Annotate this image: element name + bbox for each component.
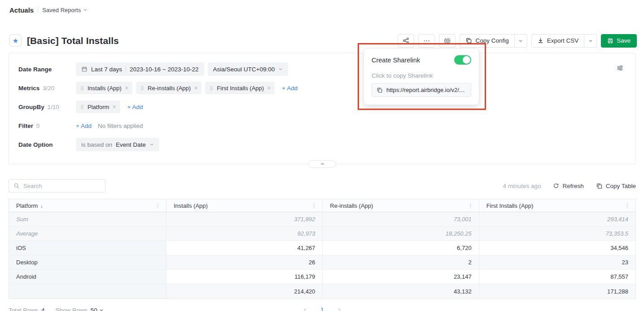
saved-reports-dropdown[interactable]: Saved Reports (42, 7, 88, 13)
chevron-down-icon (588, 39, 593, 43)
share-button[interactable] (398, 34, 414, 48)
more-options-button[interactable]: ⋯ (418, 34, 435, 48)
save-button[interactable]: Save (601, 34, 637, 48)
date-option-prefix: is based on (81, 141, 112, 148)
table-row-average: Average 92,973 18,250.25 73,353.5 (9, 227, 635, 241)
filter-count: 0 (36, 123, 40, 129)
add-groupby-button[interactable]: + Add (127, 104, 143, 110)
date-range-picker[interactable]: Last 7 days 2023-10-16 ~ 2023-10-22 (76, 62, 204, 76)
copy-config-caret[interactable] (514, 35, 527, 47)
sort-platform[interactable]: Platform ↓ (16, 202, 43, 209)
metric-chip-label: First Installs (App) (217, 85, 264, 92)
panel-settings-icon[interactable] (616, 64, 624, 72)
column-label: Re-installs (App) (330, 202, 373, 209)
add-metric-button[interactable]: + Add (282, 85, 298, 92)
toggle-knob (463, 56, 470, 64)
collapse-panel-button[interactable] (308, 160, 336, 168)
breadcrumb: Actuals Saved Reports (0, 0, 644, 14)
metrics-label: Metrics (18, 85, 39, 92)
column-menu-icon[interactable]: ⋮ (153, 202, 162, 209)
groupby-chip[interactable]: Platform × (76, 101, 120, 113)
show-rows-label: Show Rows (56, 307, 88, 311)
favorite-button[interactable]: ★ (9, 35, 22, 47)
pagination: 1 (302, 307, 342, 311)
metric-chip[interactable]: Re-installs (App) × (136, 82, 202, 94)
copy-icon (465, 37, 472, 44)
copy-sharelink-button[interactable]: https://report.airbridge.io/v2/66... (372, 83, 471, 97)
drag-handle-icon[interactable] (80, 104, 84, 110)
prev-page-icon[interactable] (302, 307, 308, 311)
date-option-value: Event Date (116, 141, 146, 148)
sharelink-hint: Click to copy Sharelink (372, 72, 471, 79)
cell-value: 293,414 (479, 212, 635, 226)
copy-config-label: Copy Config (475, 37, 508, 44)
table-header-row: Platform ↓ ⋮ Installs (App) ⋮ Re-install… (9, 199, 635, 212)
cell-value: 87,557 (479, 270, 635, 284)
title-row: ★ [Basic] Total Installs ⋯ Copy Config E… (9, 34, 637, 48)
column-menu-icon[interactable]: ⋮ (466, 202, 475, 209)
drag-handle-icon[interactable] (80, 85, 84, 91)
date-preset-label: Last 7 days (91, 66, 122, 73)
export-csv-split-button: Export CSV (531, 34, 597, 48)
drag-handle-icon[interactable] (140, 85, 145, 91)
metric-chip-label: Re-installs (App) (148, 85, 191, 92)
drag-handle-icon[interactable] (209, 85, 214, 91)
chevron-down-icon (99, 308, 104, 311)
groupby-count: 1/10 (48, 104, 59, 110)
metrics-count: 3/20 (43, 85, 54, 92)
column-header-installs: Installs (App) ⋮ (166, 199, 323, 212)
next-page-icon[interactable] (337, 307, 342, 311)
close-icon[interactable]: × (194, 85, 197, 91)
copy-icon (596, 183, 603, 189)
cell-value: 214,420 (166, 284, 323, 298)
cell-value: 41,267 (166, 241, 323, 255)
cell-value: 171,288 (479, 284, 635, 298)
metric-chip-label: Installs (App) (88, 85, 122, 92)
export-csv-button[interactable]: Export CSV (532, 35, 584, 47)
results-table: Platform ↓ ⋮ Installs (App) ⋮ Re-install… (9, 199, 636, 299)
row-label: Android (9, 270, 166, 284)
close-icon[interactable]: × (112, 104, 116, 110)
column-header-first-installs: First Installs (App) ⋮ (479, 199, 635, 212)
close-icon[interactable]: × (125, 85, 128, 91)
column-menu-icon[interactable]: ⋮ (310, 202, 318, 209)
no-filters-text: No filters applied (98, 123, 143, 129)
copy-config-button[interactable]: Copy Config (460, 35, 514, 47)
show-rows-value: 50 (91, 307, 97, 311)
refresh-button[interactable]: Refresh (553, 183, 583, 189)
date-range-label: Date Range (18, 66, 76, 73)
close-icon[interactable]: × (267, 85, 271, 91)
row-label: Desktop (9, 255, 166, 269)
timezone-selector[interactable]: Asia/Seoul UTC+09:00 (208, 62, 289, 76)
search-icon (13, 183, 20, 189)
copy-table-button[interactable]: Copy Table (596, 183, 636, 189)
copy-config-split-button: Copy Config (460, 34, 527, 48)
date-option-label: Date Option (18, 141, 76, 148)
groupby-row: GroupBy 1/10 Platform × + Add (9, 100, 635, 114)
total-rows-value: 4 (41, 307, 45, 311)
date-option-row: Date Option is based on Event Date (9, 138, 635, 151)
metric-chip[interactable]: First Installs (App) × (205, 82, 275, 94)
show-rows-selector[interactable]: 50 (91, 307, 104, 311)
groupby-label: GroupBy (18, 104, 44, 110)
page-number[interactable]: 1 (320, 307, 324, 311)
column-label: Platform (16, 202, 38, 209)
search-input[interactable] (23, 183, 102, 189)
table-row: 214,420 43,132 171,288 (9, 284, 635, 298)
pill-divider (126, 66, 126, 72)
sharelink-button[interactable] (439, 34, 456, 48)
metric-chip[interactable]: Installs (App) × (76, 82, 132, 94)
report-config-panel: Date Range Last 7 days 2023-10-16 ~ 2023… (9, 53, 636, 164)
search-box[interactable] (9, 179, 105, 193)
filter-row: Filter 0 + Add No filters applied (9, 119, 635, 132)
column-menu-icon[interactable]: ⋮ (623, 202, 631, 209)
last-updated-text: 4 minutes ago (503, 183, 541, 189)
chevron-down-icon (518, 39, 523, 43)
download-icon (537, 37, 544, 44)
copy-table-label: Copy Table (606, 183, 636, 189)
date-option-selector[interactable]: is based on Event Date (76, 138, 159, 151)
add-filter-button[interactable]: + Add (76, 123, 92, 129)
export-csv-caret[interactable] (584, 35, 596, 47)
table-row: Android 116,179 23,147 87,557 (9, 270, 635, 284)
sharelink-toggle[interactable] (454, 55, 471, 65)
